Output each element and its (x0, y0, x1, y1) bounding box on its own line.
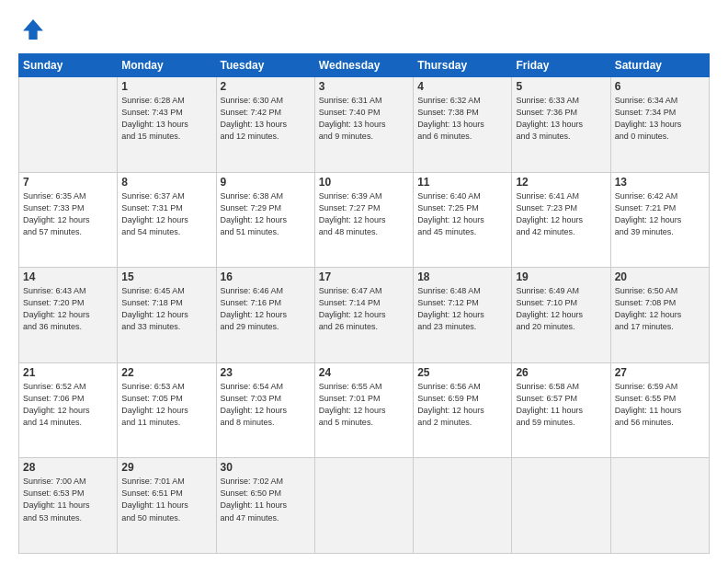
day-info: Sunrise: 7:00 AM Sunset: 6:53 PM Dayligh… (23, 476, 113, 523)
day-info: Sunrise: 6:28 AM Sunset: 7:43 PM Dayligh… (121, 95, 211, 143)
weekday-friday: Friday (512, 54, 610, 77)
day-info: Sunrise: 6:41 AM Sunset: 7:23 PM Dayligh… (516, 190, 606, 238)
weekday-saturday: Saturday (610, 54, 709, 77)
weekday-header-row: SundayMondayTuesdayWednesdayThursdayFrid… (19, 54, 710, 77)
day-number: 30 (221, 461, 311, 474)
day-number: 19 (516, 270, 606, 283)
day-number: 21 (23, 366, 113, 379)
calendar-cell: 23Sunrise: 6:54 AM Sunset: 7:03 PM Dayli… (216, 362, 314, 458)
calendar-cell: 17Sunrise: 6:47 AM Sunset: 7:14 PM Dayli… (314, 268, 413, 363)
day-number: 27 (615, 366, 705, 379)
day-number: 28 (23, 461, 113, 474)
calendar-cell (512, 458, 610, 554)
week-row-2: 7Sunrise: 6:35 AM Sunset: 7:33 PM Daylig… (19, 172, 710, 268)
week-row-1: 1Sunrise: 6:28 AM Sunset: 7:43 PM Daylig… (19, 77, 710, 173)
day-number: 3 (319, 80, 409, 93)
weekday-sunday: Sunday (19, 54, 118, 77)
calendar-cell: 29Sunrise: 7:01 AM Sunset: 6:51 PM Dayli… (118, 458, 216, 554)
day-number: 15 (121, 270, 211, 283)
day-info: Sunrise: 7:02 AM Sunset: 6:50 PM Dayligh… (221, 476, 311, 523)
day-info: Sunrise: 6:48 AM Sunset: 7:12 PM Dayligh… (417, 285, 507, 333)
header (18, 17, 710, 46)
week-row-3: 14Sunrise: 6:43 AM Sunset: 7:20 PM Dayli… (19, 268, 710, 363)
calendar-cell: 7Sunrise: 6:35 AM Sunset: 7:33 PM Daylig… (19, 172, 118, 268)
calendar-table: SundayMondayTuesdayWednesdayThursdayFrid… (18, 53, 710, 554)
day-info: Sunrise: 6:40 AM Sunset: 7:25 PM Dayligh… (417, 190, 507, 238)
calendar-cell: 13Sunrise: 6:42 AM Sunset: 7:21 PM Dayli… (610, 172, 709, 268)
day-number: 29 (121, 461, 211, 474)
calendar-cell: 22Sunrise: 6:53 AM Sunset: 7:05 PM Dayli… (118, 362, 216, 458)
day-number: 6 (615, 80, 705, 93)
day-info: Sunrise: 6:38 AM Sunset: 7:29 PM Dayligh… (221, 190, 311, 238)
week-row-5: 28Sunrise: 7:00 AM Sunset: 6:53 PM Dayli… (19, 458, 710, 554)
day-info: Sunrise: 6:47 AM Sunset: 7:14 PM Dayligh… (319, 285, 409, 333)
day-info: Sunrise: 6:46 AM Sunset: 7:16 PM Dayligh… (221, 285, 311, 333)
calendar-cell: 20Sunrise: 6:50 AM Sunset: 7:08 PM Dayli… (610, 268, 709, 363)
day-info: Sunrise: 6:49 AM Sunset: 7:10 PM Dayligh… (516, 285, 606, 333)
logo-icon (20, 17, 46, 42)
day-number: 26 (516, 366, 606, 379)
day-info: Sunrise: 6:59 AM Sunset: 6:55 PM Dayligh… (615, 381, 705, 429)
day-info: Sunrise: 6:52 AM Sunset: 7:06 PM Dayligh… (23, 381, 113, 429)
calendar-cell: 1Sunrise: 6:28 AM Sunset: 7:43 PM Daylig… (118, 77, 216, 173)
day-number: 16 (221, 270, 311, 283)
day-info: Sunrise: 6:37 AM Sunset: 7:31 PM Dayligh… (121, 190, 211, 238)
day-number: 24 (319, 366, 409, 379)
day-number: 23 (221, 366, 311, 379)
day-info: Sunrise: 6:33 AM Sunset: 7:36 PM Dayligh… (516, 95, 606, 143)
svg-marker-0 (23, 19, 43, 40)
day-number: 1 (121, 80, 211, 93)
day-number: 17 (319, 270, 409, 283)
calendar-cell (414, 458, 512, 554)
calendar-cell: 27Sunrise: 6:59 AM Sunset: 6:55 PM Dayli… (610, 362, 709, 458)
day-info: Sunrise: 6:43 AM Sunset: 7:20 PM Dayligh… (23, 285, 113, 333)
calendar-cell: 28Sunrise: 7:00 AM Sunset: 6:53 PM Dayli… (19, 458, 118, 554)
calendar-cell: 12Sunrise: 6:41 AM Sunset: 7:23 PM Dayli… (512, 172, 610, 268)
day-number: 8 (121, 176, 211, 189)
day-number: 9 (221, 176, 311, 189)
day-number: 4 (417, 80, 507, 93)
day-number: 14 (23, 270, 113, 283)
day-info: Sunrise: 6:54 AM Sunset: 7:03 PM Dayligh… (221, 381, 311, 429)
calendar-cell: 10Sunrise: 6:39 AM Sunset: 7:27 PM Dayli… (314, 172, 413, 268)
weekday-wednesday: Wednesday (314, 54, 413, 77)
calendar-cell: 26Sunrise: 6:58 AM Sunset: 6:57 PM Dayli… (512, 362, 610, 458)
calendar-cell: 15Sunrise: 6:45 AM Sunset: 7:18 PM Dayli… (118, 268, 216, 363)
calendar-cell: 6Sunrise: 6:34 AM Sunset: 7:34 PM Daylig… (610, 77, 709, 173)
day-info: Sunrise: 6:32 AM Sunset: 7:38 PM Dayligh… (417, 95, 507, 143)
logo (18, 17, 46, 46)
weekday-thursday: Thursday (414, 54, 512, 77)
page: SundayMondayTuesdayWednesdayThursdayFrid… (0, 0, 728, 563)
calendar-cell (19, 77, 118, 173)
weekday-tuesday: Tuesday (216, 54, 314, 77)
day-number: 7 (23, 176, 113, 189)
calendar-cell: 3Sunrise: 6:31 AM Sunset: 7:40 PM Daylig… (314, 77, 413, 173)
calendar-cell: 9Sunrise: 6:38 AM Sunset: 7:29 PM Daylig… (216, 172, 314, 268)
calendar-cell: 11Sunrise: 6:40 AM Sunset: 7:25 PM Dayli… (414, 172, 512, 268)
day-number: 12 (516, 176, 606, 189)
day-info: Sunrise: 6:56 AM Sunset: 6:59 PM Dayligh… (417, 381, 507, 429)
calendar-cell: 5Sunrise: 6:33 AM Sunset: 7:36 PM Daylig… (512, 77, 610, 173)
day-info: Sunrise: 7:01 AM Sunset: 6:51 PM Dayligh… (121, 476, 211, 523)
day-info: Sunrise: 6:31 AM Sunset: 7:40 PM Dayligh… (319, 95, 409, 143)
day-info: Sunrise: 6:39 AM Sunset: 7:27 PM Dayligh… (319, 190, 409, 238)
calendar-cell: 18Sunrise: 6:48 AM Sunset: 7:12 PM Dayli… (414, 268, 512, 363)
calendar-cell: 19Sunrise: 6:49 AM Sunset: 7:10 PM Dayli… (512, 268, 610, 363)
calendar-cell: 2Sunrise: 6:30 AM Sunset: 7:42 PM Daylig… (216, 77, 314, 173)
calendar-cell: 14Sunrise: 6:43 AM Sunset: 7:20 PM Dayli… (19, 268, 118, 363)
day-number: 2 (221, 80, 311, 93)
day-number: 5 (516, 80, 606, 93)
calendar-cell: 21Sunrise: 6:52 AM Sunset: 7:06 PM Dayli… (19, 362, 118, 458)
day-info: Sunrise: 6:58 AM Sunset: 6:57 PM Dayligh… (516, 381, 606, 429)
day-number: 10 (319, 176, 409, 189)
calendar-cell: 30Sunrise: 7:02 AM Sunset: 6:50 PM Dayli… (216, 458, 314, 554)
weekday-monday: Monday (118, 54, 216, 77)
day-info: Sunrise: 6:45 AM Sunset: 7:18 PM Dayligh… (121, 285, 211, 333)
day-number: 13 (615, 176, 705, 189)
calendar-cell: 16Sunrise: 6:46 AM Sunset: 7:16 PM Dayli… (216, 268, 314, 363)
day-info: Sunrise: 6:55 AM Sunset: 7:01 PM Dayligh… (319, 381, 409, 429)
calendar-cell (610, 458, 709, 554)
day-info: Sunrise: 6:34 AM Sunset: 7:34 PM Dayligh… (615, 95, 705, 143)
calendar-cell: 4Sunrise: 6:32 AM Sunset: 7:38 PM Daylig… (414, 77, 512, 173)
calendar-cell: 8Sunrise: 6:37 AM Sunset: 7:31 PM Daylig… (118, 172, 216, 268)
